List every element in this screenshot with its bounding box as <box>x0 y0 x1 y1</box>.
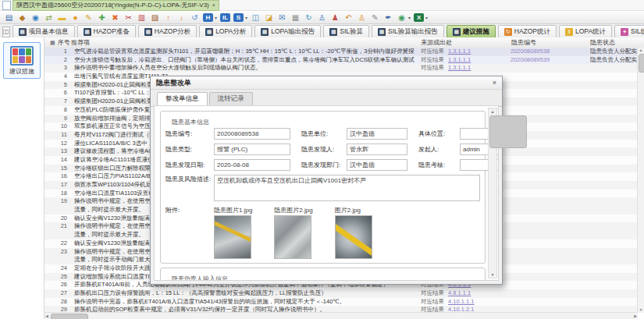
tab-flow-record[interactable]: 流转记录 <box>209 92 253 106</box>
link-icon[interactable]: ⇄ <box>44 12 54 23</box>
source-link[interactable]: 4.8.1.1.1 <box>448 289 471 296</box>
dialog-close-icon[interactable]: × <box>493 79 496 87</box>
mail-icon[interactable]: ✉ <box>277 12 287 23</box>
basic-field-input-4[interactable]: 管永辉 <box>347 144 407 155</box>
hazop-analysis-icon: ▦ <box>144 28 152 36</box>
excel-export-icon-caret[interactable]: ▾ <box>425 15 428 20</box>
horizontal-scrollbar[interactable]: ◀ ▶ <box>44 312 638 319</box>
attachment-filename[interactable]: 隐患图片1.jpg <box>214 206 252 214</box>
table-row[interactable]: 27膨胀机出口压力设有报警跳闸，L：15 LL：（高高报警需核对安全阀起跳压力，… <box>44 289 638 298</box>
header-danger-id[interactable]: 隐患编号 <box>500 38 590 47</box>
tab-suggestions[interactable]: ▦建议措施 <box>447 25 496 39</box>
dialog-tabs: 整改单信息 流转记录 <box>151 90 502 107</box>
header-item[interactable]: 推荐项 <box>71 38 415 47</box>
horizontal-scroll-thumb[interactable] <box>51 314 88 319</box>
paste-icon[interactable]: ▨ <box>150 12 160 23</box>
tab-lopa-stats[interactable]: ‖LOPA统计 <box>559 25 612 39</box>
refresh-icon[interactable]: ↻ <box>304 12 314 23</box>
source-link[interactable]: 4.10.1.1.1 <box>448 298 474 305</box>
tab-lopa-analysis[interactable]: ▦LOPA分析 <box>199 25 252 39</box>
basic-field-input-7[interactable]: 汉中盈德 <box>347 159 407 171</box>
tab-sil-check[interactable]: ▦SIL验算 <box>323 25 369 39</box>
basic-field-input-0[interactable]: 202008089538 <box>214 128 290 140</box>
move-down-icon[interactable]: ↓ <box>176 12 187 23</box>
print-icon[interactable]: ▦ <box>290 12 301 23</box>
row-danger-id[interactable]: 202008089538 <box>500 48 590 56</box>
attachment-photo[interactable] <box>214 215 251 259</box>
row-danger-id <box>500 281 590 289</box>
web-export-icon[interactable]: ◉ <box>397 12 407 23</box>
copy-icon[interactable]: ▥ <box>137 12 147 23</box>
scroll-left-icon[interactable]: ◀ <box>45 313 48 319</box>
excel-export-icon[interactable]: X <box>414 13 424 22</box>
dialog-scroll-up-icon[interactable]: ▲ <box>489 108 496 115</box>
header-num[interactable]: 序号 <box>58 38 70 47</box>
cut-icon[interactable]: ✂ <box>123 12 133 23</box>
source-link[interactable]: 1.3.1.1.1 <box>448 64 471 71</box>
tab-sil-charts[interactable]: ✦SIL统计图表 <box>614 25 644 39</box>
dialog-title-bar[interactable]: 隐患整改单 × <box>151 76 502 90</box>
table-row[interactable]: 28操作说明书中完善，膨胀机ET401A/B入口温度TIA541/43报警后的响… <box>44 298 638 307</box>
user-orange-icon[interactable]: ♙ <box>357 12 367 23</box>
image-icon[interactable]: ◫ <box>251 12 261 23</box>
scroll-right-icon[interactable]: ▶ <box>634 313 637 319</box>
table-row[interactable]: 3操作说明书中要增加操作人员在空分大连锁触发后到现场确认阀门状态。对应结果1.3… <box>44 64 638 73</box>
tab-lopa-report[interactable]: ▦LOPA输出报告 <box>254 25 321 39</box>
undo-icon[interactable]: ↺ <box>190 12 200 23</box>
sil-menu-icon-caret[interactable]: ▾ <box>245 15 247 20</box>
header-source[interactable]: 来源或出处 <box>415 38 500 47</box>
dialog-scrollbar[interactable]: ▲ ▼ <box>488 108 497 278</box>
edit-pencil-icon[interactable]: ✎ <box>84 12 94 23</box>
settings-globe-icon[interactable]: ◉ <box>30 12 41 23</box>
move-up-icon[interactable]: ↑ <box>163 12 173 23</box>
signature-icon[interactable]: ✒ <box>383 12 393 23</box>
window-list-icon[interactable]: ◫ <box>2 27 10 37</box>
tab-hazop-analysis[interactable]: ▦HAZOP分析 <box>138 25 197 39</box>
table-row[interactable]: 2空分大连锁信号触发后，冷箱进出、口径阀门（靠塔侧）本台关闭状态，需排查出重点，… <box>44 56 638 65</box>
user-icon[interactable]: ♙ <box>317 12 327 23</box>
open-folder-icon[interactable]: ◆ <box>17 12 27 23</box>
hazop-menu-icon[interactable]: H <box>203 13 213 22</box>
scroll-down-icon[interactable]: ▼ <box>638 307 644 313</box>
edit-gray-icon[interactable]: ✎ <box>370 12 380 23</box>
tab-project-info[interactable]: ▦项目基本信息 <box>12 25 75 39</box>
vertical-scrollbar[interactable]: ▲ ▼ <box>637 48 644 313</box>
web-export-icon-caret[interactable]: ▾ <box>408 15 411 20</box>
basic-field-input-3[interactable]: 报警 (PLC) <box>214 144 290 155</box>
attachment-photo[interactable] <box>335 215 372 259</box>
tab-hazop-stats[interactable]: ↻HAZOP统计 <box>498 25 557 39</box>
sil-menu-icon[interactable]: S <box>233 13 244 22</box>
basic-field-input-1[interactable]: 汉中盈德 <box>347 128 407 140</box>
row-danger-id[interactable]: 202008089539 <box>500 56 590 65</box>
hazop-menu-icon-caret[interactable]: ▾ <box>215 15 217 20</box>
vertical-scroll-thumb[interactable] <box>639 54 644 73</box>
attachment-photo[interactable] <box>274 215 311 259</box>
dialog-scroll-down-icon[interactable]: ▼ <box>489 271 496 278</box>
user-remove-icon[interactable]: ♟ <box>330 12 340 23</box>
header-status[interactable]: 隐患状态 <box>590 38 644 47</box>
attachment-label: 附件: <box>165 206 214 259</box>
tab-hazop-prep[interactable]: ▦HAZOP准备 <box>77 25 136 39</box>
folder-open-icon[interactable]: ◪ <box>264 12 274 23</box>
document-close-icon[interactable]: × <box>212 2 215 8</box>
note-icon[interactable]: ▬ <box>57 12 67 23</box>
add-icon[interactable]: ✚ <box>97 12 107 23</box>
save-icon[interactable]: ▤ <box>4 12 14 23</box>
delete-icon[interactable]: ✖ <box>110 12 120 23</box>
attachment-filename[interactable]: 隐患图片2.jpg <box>274 206 312 214</box>
table-row[interactable]: 1空气进冷箱总管设置双点温度监测探头TI101，开启蒸馏吸附；H：35℃ HH：… <box>44 48 638 56</box>
return-icon[interactable]: ↶ <box>343 12 354 23</box>
dialog-scroll-thumb[interactable] <box>489 115 527 148</box>
attachment-filename[interactable]: 图片2.jpg <box>335 206 372 214</box>
source-link[interactable]: 1.3.1.1.1 <box>448 48 471 55</box>
il-menu-icon[interactable]: IL <box>220 13 230 22</box>
basic-field-input-6[interactable]: 2020-08-08 <box>214 159 290 171</box>
document-tab[interactable]: 陕西汉中盈德25600空分20200718(Yingde(N-P-D-C)-LO… <box>12 0 219 11</box>
scroll-up-icon[interactable]: ▲ <box>638 48 644 53</box>
sidebar-item-suggestions[interactable]: 建议措施 <box>3 42 41 79</box>
hazop-stats-icon: ↻ <box>504 28 512 36</box>
lock-icon[interactable]: ● <box>70 12 80 23</box>
tab-sil-report[interactable]: ▦SIL验算输出报告 <box>372 25 444 39</box>
source-link[interactable]: 1.3.1.1.1 <box>448 56 471 63</box>
risk-desc-textarea[interactable]: 空压机卸载或停车且空压机出口止回阀V1001密封不严 <box>214 175 480 201</box>
